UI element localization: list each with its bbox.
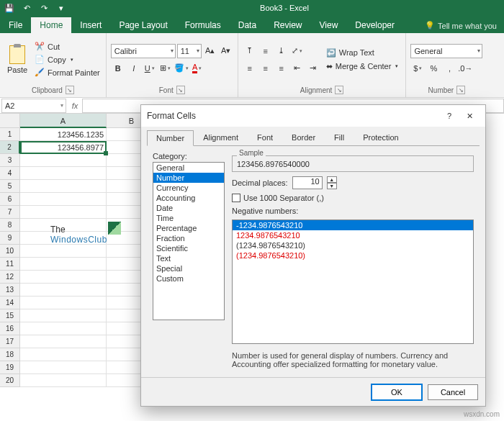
cell[interactable] — [20, 374, 107, 387]
cell[interactable] — [20, 245, 107, 258]
clipboard-dialog-launcher[interactable]: ↘ — [66, 86, 74, 94]
ok-button[interactable]: OK — [372, 384, 422, 400]
merge-center-button[interactable]: ⬌Merge & Center▾ — [323, 60, 402, 73]
align-bottom-button[interactable]: ⤓ — [274, 44, 289, 58]
dialog-tab-fill[interactable]: Fill — [325, 130, 354, 145]
copy-button[interactable]: 📄Copy▾ — [33, 54, 102, 65]
row-header[interactable]: 20 — [0, 374, 20, 387]
tab-page-layout[interactable]: Page Layout — [110, 17, 176, 33]
column-header[interactable]: A — [20, 114, 107, 128]
spinner-down-icon[interactable]: ▼ — [327, 183, 337, 189]
row-header[interactable]: 13 — [0, 284, 20, 296]
cell[interactable] — [20, 335, 107, 348]
category-item[interactable]: Scientific — [153, 243, 224, 253]
cell[interactable] — [20, 154, 107, 167]
cell[interactable] — [20, 193, 107, 206]
row-header[interactable]: 16 — [0, 322, 20, 335]
borders-button[interactable]: ⊞ — [158, 61, 173, 76]
close-button[interactable]: ✕ — [459, 108, 480, 124]
row-header[interactable]: 2 — [0, 141, 20, 154]
row-header[interactable]: 4 — [0, 167, 20, 180]
category-item[interactable]: Time — [153, 213, 224, 223]
undo-button[interactable]: ↶ — [20, 1, 33, 14]
category-item[interactable]: Special — [153, 263, 224, 273]
dialog-title-bar[interactable]: Format Cells ? ✕ — [141, 105, 485, 127]
cell[interactable]: 123456.8977 — [20, 141, 107, 154]
help-button[interactable]: ? — [439, 108, 459, 124]
row-header[interactable]: 5 — [0, 180, 20, 193]
dialog-tab-protection[interactable]: Protection — [354, 130, 408, 145]
cell[interactable] — [20, 180, 107, 193]
redo-button[interactable]: ↷ — [37, 1, 50, 14]
accounting-format-button[interactable]: $ — [410, 61, 425, 76]
align-right-button[interactable]: ≡ — [274, 61, 289, 76]
underline-button[interactable]: U — [143, 61, 157, 76]
increase-indent-button[interactable]: ⇥ — [306, 61, 320, 76]
cell[interactable] — [20, 296, 107, 309]
font-size-combo[interactable]: 11 — [177, 44, 202, 58]
align-middle-button[interactable]: ≡ — [258, 44, 273, 58]
cell[interactable] — [20, 361, 107, 374]
row-header[interactable]: 9 — [0, 232, 20, 245]
align-left-button[interactable]: ≡ — [243, 61, 257, 76]
category-item[interactable]: Percentage — [153, 223, 224, 233]
dialog-tab-font[interactable]: Font — [248, 130, 282, 145]
negative-option[interactable]: (1234.9876543210) — [233, 240, 473, 250]
negative-option[interactable]: -1234.9876543210 — [233, 220, 473, 230]
row-header[interactable]: 3 — [0, 154, 20, 167]
cell[interactable] — [20, 284, 107, 296]
cell[interactable] — [20, 167, 107, 180]
fx-icon[interactable]: fx — [68, 101, 82, 110]
cell[interactable]: 123456.1235 — [20, 128, 107, 141]
thousand-separator-checkbox[interactable] — [232, 194, 240, 202]
italic-button[interactable]: I — [127, 61, 141, 76]
row-header[interactable]: 10 — [0, 245, 20, 258]
percent-format-button[interactable]: % — [426, 61, 441, 76]
increase-decimal-button[interactable]: .0→ — [458, 61, 472, 76]
category-item[interactable]: Custom — [153, 273, 224, 284]
category-item[interactable]: Accounting — [153, 193, 224, 203]
row-header[interactable]: 14 — [0, 296, 20, 309]
row-header[interactable]: 11 — [0, 258, 20, 271]
tell-me[interactable]: 💡 Tell me what you — [418, 18, 504, 33]
row-header[interactable]: 8 — [0, 219, 20, 232]
category-list[interactable]: GeneralNumberCurrencyAccountingDateTimeP… — [153, 162, 225, 320]
category-item[interactable]: Date — [153, 203, 224, 213]
font-dialog-launcher[interactable]: ↘ — [176, 86, 185, 94]
row-header[interactable]: 17 — [0, 335, 20, 348]
category-item[interactable]: Currency — [153, 183, 224, 193]
tab-review[interactable]: Review — [265, 17, 310, 33]
font-color-button[interactable]: A — [190, 61, 204, 76]
tab-data[interactable]: Data — [230, 17, 265, 33]
decrease-indent-button[interactable]: ⇤ — [290, 61, 305, 76]
negative-option[interactable]: 1234.9876543210 — [233, 230, 473, 240]
tab-developer[interactable]: Developer — [346, 17, 403, 33]
comma-format-button[interactable]: , — [442, 61, 456, 76]
category-item[interactable]: Text — [153, 253, 224, 263]
dialog-tab-border[interactable]: Border — [282, 130, 325, 145]
alignment-dialog-launcher[interactable]: ↘ — [335, 86, 343, 94]
cell[interactable] — [20, 258, 107, 271]
category-item[interactable]: General — [153, 163, 224, 173]
dialog-tab-alignment[interactable]: Alignment — [194, 130, 248, 145]
tab-formulas[interactable]: Formulas — [176, 17, 230, 33]
category-item[interactable]: Number — [153, 173, 224, 183]
align-center-button[interactable]: ≡ — [258, 61, 273, 76]
row-header[interactable]: 1 — [0, 128, 20, 141]
format-painter-button[interactable]: 🖌️Format Painter — [33, 67, 102, 78]
tab-view[interactable]: View — [311, 17, 347, 33]
decimal-places-spinner[interactable]: ▲ ▼ — [327, 176, 337, 189]
cell[interactable] — [20, 348, 107, 361]
row-header[interactable]: 15 — [0, 309, 20, 322]
spinner-up-icon[interactable]: ▲ — [327, 176, 337, 183]
number-dialog-launcher[interactable]: ↘ — [456, 86, 465, 94]
cut-button[interactable]: ✂️Cut — [33, 41, 102, 53]
bold-button[interactable]: B — [111, 61, 125, 76]
number-format-combo[interactable]: General — [410, 44, 482, 58]
qat-customize-button[interactable]: ▾ — [55, 1, 68, 14]
orientation-button[interactable]: ⤢ — [290, 44, 305, 58]
negative-option[interactable]: (1234.9876543210) — [233, 250, 473, 261]
cell[interactable] — [20, 271, 107, 284]
cell[interactable] — [20, 309, 107, 322]
decimal-places-input[interactable]: 10 — [292, 176, 323, 189]
